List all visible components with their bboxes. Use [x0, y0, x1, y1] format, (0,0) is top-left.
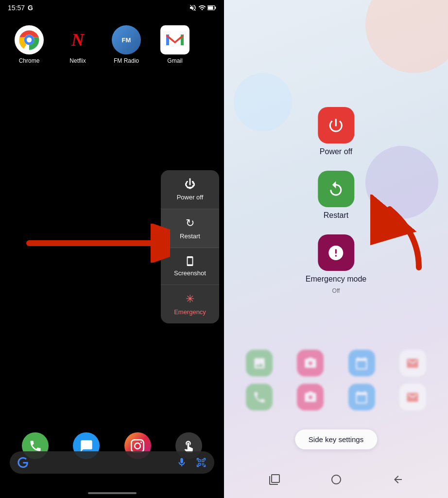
- app-fmradio[interactable]: FM FM Radio: [107, 25, 146, 64]
- gestures-icon: [182, 439, 195, 453]
- emergency-label: Emergency: [174, 308, 206, 316]
- instagram-icon: [131, 439, 144, 453]
- home-indicator: [88, 492, 137, 494]
- google-g-icon: [17, 457, 28, 468]
- right-power-off-icon: [327, 117, 345, 134]
- chrome-icon-svg: [17, 28, 41, 52]
- search-bar[interactable]: [10, 451, 214, 474]
- right-power-off-icon-btn: [318, 107, 354, 143]
- status-time: 15:57: [8, 4, 25, 12]
- home-icon: [330, 474, 342, 485]
- bottom-nav: [224, 474, 448, 488]
- app-gmail-label: Gmail: [167, 57, 182, 64]
- right-restart-icon: [327, 180, 345, 198]
- side-key-settings-button[interactable]: Side key settings: [295, 429, 377, 449]
- right-emergency-sublabel: Off: [332, 287, 340, 294]
- bg-app-calendar: [348, 350, 375, 376]
- status-carrier: G: [28, 4, 33, 12]
- bg-app-mail2: [399, 384, 426, 410]
- app-grid: Chrome N Netflix FM FM Radio: [0, 16, 224, 69]
- svg-rect-2: [215, 7, 216, 9]
- right-emergency-label: Emergency mode: [306, 275, 366, 284]
- power-menu-emergency[interactable]: ✳ Emergency: [161, 285, 219, 323]
- arrow-pointing-restart: [370, 195, 429, 272]
- restart-icon: ↻: [186, 217, 194, 230]
- fm-icon: FM: [112, 25, 141, 54]
- arrow-pointing-right: [24, 224, 170, 263]
- side-key-settings-label: Side key settings: [309, 435, 363, 444]
- right-menu-power-off[interactable]: Power off: [318, 107, 354, 156]
- bg-app-row-2: [224, 384, 448, 410]
- right-emergency-icon-btn: [318, 234, 354, 271]
- bg-app-gallery: [246, 350, 273, 376]
- svg-rect-1: [208, 6, 213, 10]
- right-power-menu: Power off Restart Emergency mode Off: [306, 107, 366, 294]
- bg-app-row-1: [224, 350, 448, 376]
- signal-icon: [198, 4, 206, 12]
- right-menu-emergency[interactable]: Emergency mode Off: [306, 234, 366, 294]
- phone-icon: [29, 439, 42, 453]
- app-gmail[interactable]: Gmail: [155, 25, 194, 64]
- power-off-label: Power off: [177, 194, 204, 201]
- decorative-blob-1: [365, 0, 448, 73]
- left-panel: 15:57 G: [0, 0, 224, 498]
- nav-home[interactable]: [330, 474, 342, 488]
- nav-recents[interactable]: [269, 474, 280, 488]
- status-bar: 15:57 G: [0, 0, 224, 16]
- right-restart-label: Restart: [324, 211, 349, 220]
- gmail-icon: [160, 25, 190, 54]
- battery-icon: [207, 4, 216, 11]
- app-fmradio-label: FM Radio: [114, 57, 139, 64]
- right-restart-icon-btn: [318, 171, 354, 207]
- bg-app-cam2: [297, 384, 324, 410]
- power-off-icon: ⏻: [185, 178, 195, 191]
- svg-point-6: [27, 37, 32, 42]
- nav-back[interactable]: [392, 474, 404, 488]
- restart-label: Restart: [180, 232, 200, 240]
- app-netflix[interactable]: N Netflix: [58, 25, 97, 64]
- right-power-off-label: Power off: [320, 147, 352, 156]
- chrome-icon-container: [15, 25, 44, 54]
- app-chrome[interactable]: Chrome: [10, 25, 49, 64]
- decorative-blob-3: [234, 73, 292, 131]
- bg-app-camera: [297, 350, 324, 376]
- app-chrome-label: Chrome: [19, 57, 40, 64]
- screenshot-label: Screenshot: [174, 269, 206, 277]
- gmail-icon-svg: [165, 33, 185, 47]
- right-menu-restart[interactable]: Restart: [318, 171, 354, 220]
- back-icon: [392, 474, 404, 485]
- right-emergency-icon: [327, 244, 345, 262]
- recents-icon: [269, 474, 280, 485]
- right-panel: Power off Restart Emergency mode Off: [224, 0, 448, 498]
- lens-icon[interactable]: [196, 457, 207, 468]
- app-netflix-label: Netflix: [69, 57, 86, 64]
- mute-icon: [189, 4, 197, 12]
- netflix-icon: N: [63, 25, 92, 54]
- power-menu-power-off[interactable]: ⏻ Power off: [161, 170, 219, 209]
- voice-search-icon[interactable]: [176, 457, 187, 468]
- bg-app-phone: [246, 384, 273, 410]
- screenshot-icon: [185, 256, 195, 267]
- messages-icon: [80, 439, 93, 453]
- emergency-icon: ✳: [186, 293, 194, 305]
- bg-app-cal2: [348, 384, 375, 410]
- bg-app-mail: [399, 350, 426, 376]
